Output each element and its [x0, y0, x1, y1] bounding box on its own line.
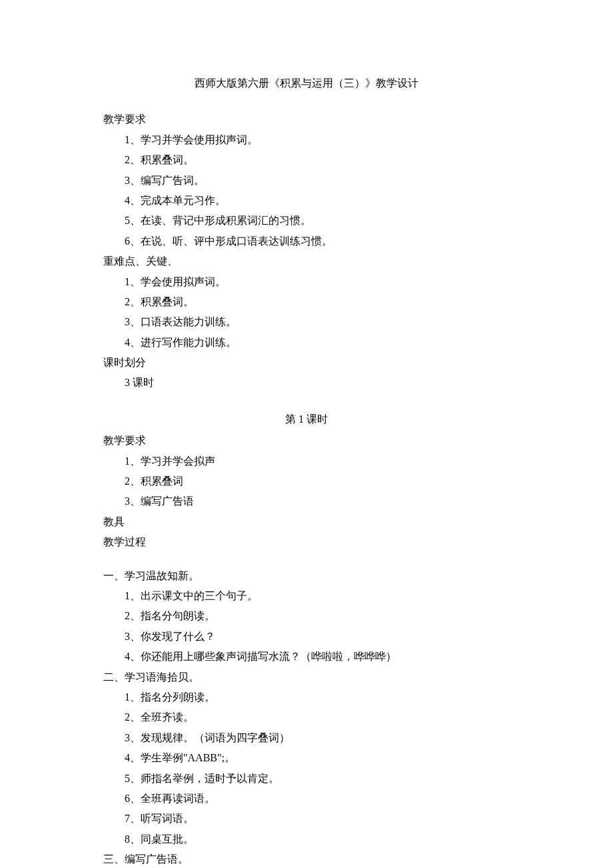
list-item: 3、编写广告词。 [103, 171, 510, 191]
list-item: 2、指名分句朗读。 [103, 606, 510, 626]
list-item: 8、同桌互批。 [103, 829, 510, 849]
list-item: 3、口语表达能力训练。 [103, 312, 510, 332]
list-item: 4、学生举例"AABB";。 [103, 748, 510, 768]
list-item: 6、全班再读词语。 [103, 789, 510, 809]
list-item: 3 课时 [103, 373, 510, 393]
list-item: 3、你发现了什么？ [103, 627, 510, 647]
section-heading: 一、学习温故知新。 [103, 566, 510, 586]
list-item: 2、积累叠词 [103, 471, 510, 491]
list-item: 5、师指名举例，适时予以肯定。 [103, 769, 510, 789]
list-item: 1、出示课文中的三个句子。 [103, 586, 510, 606]
list-item: 5、在读、背记中形成积累词汇的习惯。 [103, 211, 510, 231]
section-heading: 重难点、关键、 [103, 251, 510, 271]
spacer [103, 553, 510, 566]
section-heading: 教学要求 [103, 431, 510, 451]
list-item: 6、在说、听、评中形成口语表达训练习惯。 [103, 231, 510, 251]
list-item: 4、你还能用上哪些象声词描写水流？（哗啦啦，哗哗哗） [103, 647, 510, 667]
section-teaching-requirements: 教学要求 1、学习并学会使用拟声词。 2、积累叠词。 3、编写广告词。 4、完成… [103, 109, 510, 251]
section-step-two: 二、学习语海拾贝。 1、指名分列朗读。 2、全班齐读。 3、发现规律。（词语为四… [103, 667, 510, 850]
list-item: 1、学习并学会使用拟声词。 [103, 130, 510, 150]
section-step-one: 一、学习温故知新。 1、出示课文中的三个句子。 2、指名分句朗读。 3、你发现了… [103, 566, 510, 667]
list-item: 4、完成本单元习作。 [103, 191, 510, 211]
list-item: 2、全班齐读。 [103, 707, 510, 727]
section-lesson1-requirements: 教学要求 1、学习并学会拟声 2、积累叠词 3、编写广告语 [103, 431, 510, 512]
section-teaching-process: 教学过程 [103, 532, 510, 552]
section-heading: 二、学习语海拾贝。 [103, 667, 510, 687]
section-heading: 三、编写广告语。 [103, 849, 510, 868]
list-item: 4、进行写作能力训练。 [103, 333, 510, 353]
list-item: 2、积累叠词。 [103, 150, 510, 170]
list-item: 3、编写广告语 [103, 491, 510, 511]
section-heading: 教学过程 [103, 532, 510, 552]
list-item: 1、指名分列朗读。 [103, 687, 510, 707]
section-teaching-aids: 教具 [103, 512, 510, 532]
list-item: 2、积累叠词。 [103, 292, 510, 312]
list-item: 1、学习并学会拟声 [103, 451, 510, 471]
section-heading: 课时划分 [103, 353, 510, 373]
section-key-points: 重难点、关键、 1、学会使用拟声词。 2、积累叠词。 3、口语表达能力训练。 4… [103, 251, 510, 353]
list-item: 7、听写词语。 [103, 809, 510, 829]
list-item: 1、学会使用拟声词。 [103, 272, 510, 292]
document-title: 西师大版第六册《积累与运用（三）》教学设计 [103, 73, 510, 93]
section-heading: 教学要求 [103, 109, 510, 129]
section-heading: 教具 [103, 512, 510, 532]
list-item: 3、发现规律。（词语为四字叠词） [103, 728, 510, 748]
lesson-subtitle: 第 1 课时 [103, 409, 510, 429]
section-class-hours: 课时划分 3 课时 [103, 353, 510, 393]
section-step-three: 三、编写广告语。 1、指名读题。 2、讨论交流。 [103, 849, 510, 868]
